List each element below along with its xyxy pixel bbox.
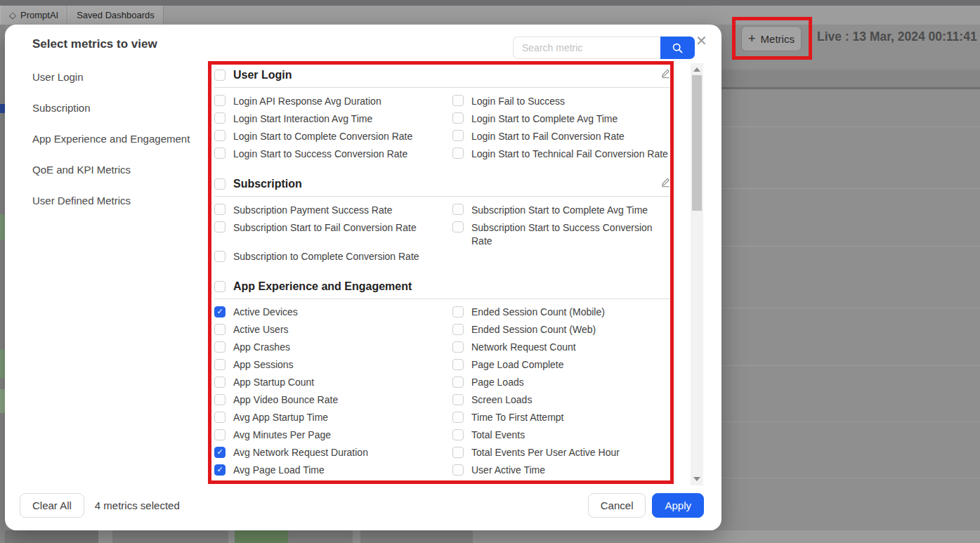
metric-item[interactable]: App Crashes [214, 339, 433, 356]
clear-all-button[interactable]: Clear All [20, 493, 84, 518]
edit-pencil-icon[interactable] [660, 177, 671, 190]
tab-promptai[interactable]: ◇ PromptAI [0, 6, 67, 25]
metric-item[interactable]: Login Start Interaction Avg Time [214, 110, 433, 127]
metric-checkbox[interactable] [214, 281, 226, 292]
metric-checkbox[interactable] [452, 447, 464, 458]
metric-checkbox[interactable] [214, 429, 226, 440]
metric-checkbox[interactable] [214, 130, 226, 141]
metrics-button[interactable]: + Metrics [741, 26, 802, 51]
sidebar-item-qoe-kpi[interactable]: QoE and KPI Metrics [32, 162, 201, 178]
search-input[interactable] [513, 37, 660, 59]
metric-checkbox[interactable] [452, 221, 464, 233]
metric-checkbox[interactable] [452, 341, 464, 353]
metric-checkbox[interactable] [214, 377, 226, 388]
metric-checkbox[interactable] [452, 429, 464, 440]
scrollbar[interactable] [691, 63, 703, 485]
apply-button[interactable]: Apply [652, 493, 704, 518]
metric-checkbox[interactable] [452, 204, 464, 215]
metric-item[interactable]: Subscription Start to Complete Avg Time [452, 201, 671, 218]
metric-item[interactable]: Login Start to Success Conversion Rate [214, 145, 433, 162]
metric-item[interactable]: Subscription Start to Success Conversion… [452, 218, 671, 248]
metric-checkbox[interactable] [452, 130, 464, 141]
metric-item[interactable]: Page Loads [452, 374, 671, 391]
metric-label: App Crashes [233, 341, 290, 355]
modal-footer: Clear All 4 metrics selected Cancel Appl… [20, 493, 704, 518]
sidebar-item-app-experience[interactable]: App Experience and Engagement [32, 131, 201, 147]
metric-item[interactable]: User Active Time [452, 462, 671, 479]
search-button[interactable] [660, 37, 695, 59]
metric-checkbox[interactable] [214, 178, 226, 190]
metric-item[interactable]: Avg Minutes Per Page [214, 426, 433, 444]
metric-item[interactable]: Subscription to Complete Conversion Rate [214, 248, 433, 266]
metric-checkbox[interactable] [452, 412, 464, 423]
scroll-down-icon[interactable] [693, 477, 700, 481]
metric-checkbox[interactable] [214, 251, 226, 262]
metric-item[interactable]: App Sessions [214, 356, 433, 374]
metric-item[interactable]: Page Load Complete [452, 356, 671, 374]
metric-checkbox[interactable] [214, 148, 226, 159]
sidebar-item-user-login[interactable]: User Login [32, 69, 201, 85]
metric-item[interactable]: Login Start to Technical Fail Conversion… [452, 145, 671, 162]
edit-pencil-icon[interactable] [660, 68, 671, 81]
metric-item[interactable]: ✓Avg Network Request Duration [214, 444, 433, 462]
close-icon[interactable]: ✕ [695, 34, 707, 48]
tab-saved-dashboards[interactable]: Saved Dashboards [67, 6, 164, 25]
metric-item[interactable]: Network Request Count [452, 339, 671, 356]
metric-checkbox[interactable]: ✓ [214, 464, 226, 476]
metric-item[interactable]: ✓Avg Page Load Time [214, 462, 433, 479]
metric-checkbox[interactable] [214, 112, 226, 124]
metric-checkbox[interactable] [214, 70, 226, 81]
metric-checkbox[interactable] [214, 204, 226, 215]
scrollbar-thumb[interactable] [692, 75, 702, 211]
metric-checkbox[interactable]: ✓ [214, 306, 226, 318]
metric-checkbox[interactable] [214, 412, 226, 423]
metric-item[interactable]: Active Users [214, 321, 433, 339]
metric-checkbox[interactable] [452, 148, 464, 159]
metric-item[interactable]: Login Start to Complete Conversion Rate [214, 127, 433, 145]
metric-item[interactable]: Login Fail to Success [452, 92, 671, 110]
table-bottom-row-dimmed [0, 530, 980, 543]
metric-item[interactable]: ✓Active Devices [214, 303, 433, 321]
metric-checkbox[interactable] [452, 112, 464, 124]
metric-item[interactable]: Login Start to Fail Conversion Rate [452, 127, 671, 145]
select-metrics-modal: Select metrics to view ✕ User Login Subs… [5, 25, 721, 530]
metric-checkbox[interactable] [452, 464, 464, 476]
metric-checkbox[interactable] [452, 95, 464, 106]
metric-item[interactable]: App Startup Count [214, 374, 433, 391]
metric-checkbox[interactable] [214, 95, 226, 106]
scroll-up-icon[interactable] [693, 67, 700, 72]
metric-item[interactable]: Login Start to Complete Avg Time [452, 110, 671, 127]
metric-item[interactable]: Ended Session Count (Web) [452, 321, 671, 339]
metric-checkbox[interactable] [214, 341, 226, 353]
section-title: User Login [233, 69, 653, 81]
metric-item[interactable]: Ended Session Count (Mobile) [452, 303, 671, 321]
metric-item[interactable]: Subscription Start to Fail Conversion Ra… [214, 218, 433, 248]
metric-checkbox[interactable] [214, 324, 226, 335]
sidebar-item-subscription[interactable]: Subscription [32, 100, 201, 116]
metric-checkbox[interactable] [452, 324, 464, 335]
metric-checkbox[interactable] [214, 394, 226, 405]
metric-checkbox[interactable] [214, 221, 226, 233]
cancel-button[interactable]: Cancel [588, 493, 646, 518]
metric-checkbox[interactable] [452, 394, 464, 405]
metric-item[interactable]: Screen Loads [452, 391, 671, 409]
metric-item[interactable]: App Video Bounce Rate [214, 391, 433, 409]
metric-label: Page Loads [471, 376, 524, 390]
diamond-icon: ◇ [9, 10, 16, 20]
section-title: App Experience and Engagement [233, 280, 671, 293]
search-icon [672, 42, 684, 54]
metric-item[interactable]: Total Events [452, 426, 671, 444]
metric-checkbox[interactable] [214, 359, 226, 370]
metric-item[interactable]: Avg App Startup Time [214, 409, 433, 426]
sidebar-item-user-defined[interactable]: User Defined Metrics [32, 192, 201, 209]
metric-item[interactable]: Total Events Per User Active Hour [452, 444, 671, 462]
metric-checkbox[interactable] [452, 306, 464, 318]
metric-item[interactable]: Subscription Payment Success Rate [214, 201, 433, 218]
metric-label: Login Start to Technical Fail Conversion… [471, 147, 668, 161]
metric-checkbox[interactable]: ✓ [214, 447, 226, 458]
metric-checkbox[interactable] [452, 359, 464, 370]
metric-checkbox[interactable] [452, 377, 464, 388]
metric-item[interactable]: Login API Response Avg Duration [214, 92, 433, 110]
metric-item[interactable]: Time To First Attempt [452, 409, 671, 426]
metric-label: Login Start to Complete Conversion Rate [233, 129, 412, 143]
